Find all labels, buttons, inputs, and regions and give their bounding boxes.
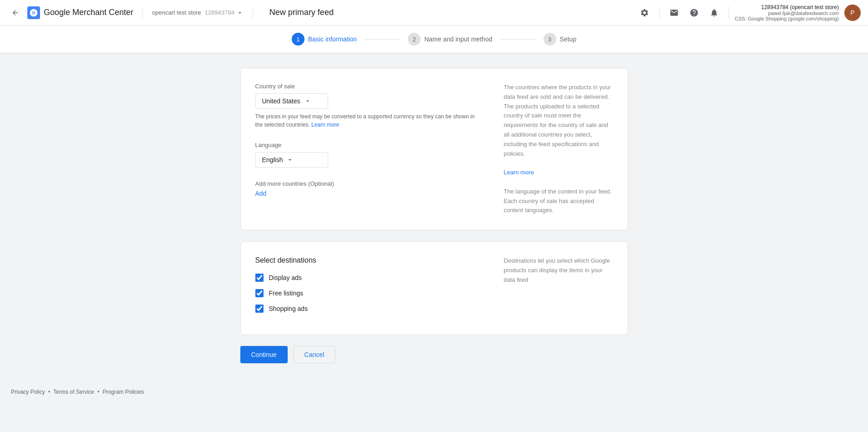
step-2-circle: 2	[408, 33, 421, 46]
country-selector[interactable]: United States	[255, 93, 328, 109]
step-1: 1 Basic information	[292, 33, 357, 46]
more-countries-label: Add more countries (Optional)	[255, 180, 482, 187]
country-sidebar-text: The countries where the products in your…	[504, 83, 613, 158]
gmc-logo: Google Merchant Center	[27, 6, 133, 19]
user-name: 128943784 (opencart test store)	[735, 4, 839, 10]
country-helper: The prices in your feed may be converted…	[255, 112, 482, 129]
header-vertical-divider	[659, 6, 660, 19]
store-selector[interactable]: opencart test store 128943784	[152, 9, 244, 16]
footer-dot-2: •	[97, 389, 99, 395]
header-title-divider	[253, 6, 253, 19]
language-value: English	[262, 156, 283, 163]
country-chevron-icon	[304, 97, 311, 105]
user-email: pawel.fjak@datafeedwatch.com	[735, 10, 839, 16]
country-field-section: Country of sale United States The prices…	[255, 83, 482, 129]
shopping-ads-item: Shopping ads	[255, 305, 482, 313]
header-left: Google Merchant Center opencart test sto…	[7, 5, 334, 21]
cancel-button[interactable]: Cancel	[293, 346, 336, 363]
country-learn-more-link[interactable]: Learn more	[311, 122, 339, 128]
step-connector-2	[500, 39, 536, 40]
program-policies-link[interactable]: Program Policies	[103, 389, 144, 395]
back-button[interactable]	[7, 5, 24, 21]
free-listings-label[interactable]: Free listings	[269, 290, 303, 297]
footer-dot-1: •	[48, 389, 50, 395]
destinations-left: Select destinations Display ads Free lis…	[255, 256, 482, 320]
bell-icon	[710, 8, 719, 17]
display-ads-label[interactable]: Display ads	[269, 274, 302, 281]
destinations-card: Select destinations Display ads Free lis…	[240, 241, 628, 335]
language-field-section: Language English	[255, 142, 482, 168]
action-row: Continue Cancel	[240, 346, 628, 363]
shopping-ads-label[interactable]: Shopping ads	[269, 305, 308, 312]
country-row: Country of sale United States The prices…	[255, 83, 613, 215]
header: Google Merchant Center opencart test sto…	[0, 0, 868, 25]
step-3-circle: 3	[543, 33, 556, 46]
terms-of-service-link[interactable]: Terms of Service	[53, 389, 94, 395]
country-value: United States	[262, 97, 300, 105]
page-title: New primary feed	[269, 8, 334, 17]
step-2-label: Name and input method	[424, 36, 492, 43]
main-content: Country of sale United States The prices…	[229, 68, 639, 363]
free-listings-item: Free listings	[255, 289, 482, 297]
email-button[interactable]	[665, 4, 683, 22]
free-listings-checkbox[interactable]	[255, 289, 264, 297]
notifications-button[interactable]	[705, 4, 723, 22]
settings-icon	[640, 8, 649, 17]
destinations-sidebar-text: Destinations let you select which Google…	[504, 256, 613, 285]
step-3-label: Setup	[560, 36, 577, 43]
language-sidebar-text: The language of the content in your feed…	[504, 187, 613, 215]
gmc-logo-icon	[27, 6, 40, 19]
header-divider	[142, 6, 143, 19]
display-ads-checkbox[interactable]	[255, 274, 264, 282]
user-css: CSS: Google Shopping (google.com/shoppin…	[735, 16, 839, 21]
destinations-title: Select destinations	[255, 256, 482, 264]
footer: Privacy Policy • Terms of Service • Prog…	[0, 378, 868, 406]
add-countries-link[interactable]: Add	[255, 190, 267, 197]
settings-button[interactable]	[635, 4, 654, 22]
avatar[interactable]: P	[844, 5, 861, 21]
avatar-initials: P	[850, 9, 854, 16]
header-vertical-divider-2	[729, 6, 729, 19]
shopping-ads-checkbox[interactable]	[255, 305, 264, 313]
chevron-down-icon	[236, 9, 244, 16]
country-label: Country of sale	[255, 83, 482, 90]
country-sidebar: The countries where the products in your…	[504, 83, 613, 215]
language-label: Language	[255, 142, 482, 148]
basic-info-card: Country of sale United States The prices…	[240, 68, 628, 230]
step-connector-1	[364, 39, 401, 40]
step-2: 2 Name and input method	[408, 33, 492, 46]
store-id: 128943784	[205, 9, 234, 16]
user-info: 128943784 (opencart test store) pawel.fj…	[735, 4, 839, 21]
continue-button[interactable]: Continue	[240, 346, 288, 363]
language-selector[interactable]: English	[255, 152, 328, 168]
destinations-sidebar: Destinations let you select which Google…	[504, 256, 613, 320]
country-sidebar-learn-more[interactable]: Learn more	[504, 169, 534, 176]
app-title: Google Merchant Center	[44, 8, 133, 17]
email-icon	[670, 8, 679, 17]
store-name: opencart test store	[152, 9, 201, 16]
help-button[interactable]	[685, 4, 703, 22]
language-chevron-icon	[286, 156, 294, 163]
country-form-left: Country of sale United States The prices…	[255, 83, 482, 215]
step-1-circle: 1	[292, 33, 305, 46]
privacy-policy-link[interactable]: Privacy Policy	[11, 389, 45, 395]
step-3: 3 Setup	[543, 33, 577, 46]
display-ads-item: Display ads	[255, 274, 482, 282]
more-countries-section: Add more countries (Optional) Add	[255, 180, 482, 197]
header-right: 128943784 (opencart test store) pawel.fj…	[635, 4, 861, 22]
help-icon	[690, 8, 699, 17]
destinations-row: Select destinations Display ads Free lis…	[255, 256, 613, 320]
stepper: 1 Basic information 2 Name and input met…	[0, 25, 868, 53]
step-1-label: Basic information	[308, 36, 357, 43]
